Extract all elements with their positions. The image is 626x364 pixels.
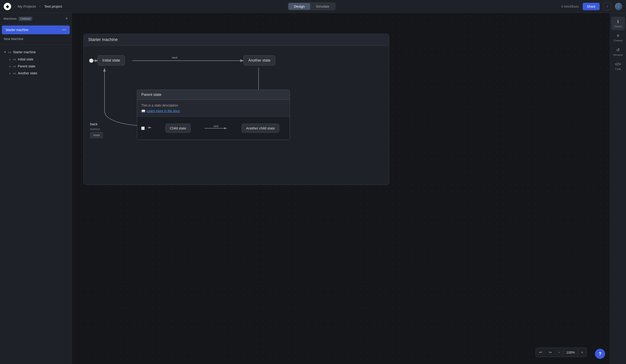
app-logo[interactable]: ◆	[4, 3, 11, 10]
tree-root-icon: ▭	[8, 50, 11, 54]
undo-button[interactable]: ↩	[536, 348, 545, 357]
panel-versions[interactable]: ↺ Versions	[611, 45, 625, 59]
learn-more-text: Learn more in the docs	[147, 109, 180, 113]
breadcrumb[interactable]: My Projects	[18, 4, 36, 8]
tab-simulate[interactable]: Simulate	[310, 3, 335, 10]
reset-badge: reset	[90, 132, 103, 138]
zoom-level: 100%	[563, 349, 578, 356]
child-init-arrow	[145, 126, 152, 131]
sidebar-header: Machines Unlisted +	[0, 13, 72, 25]
zoom-out-button[interactable]: −	[555, 348, 563, 357]
details-label: Details	[614, 25, 622, 28]
new-machine-item[interactable]: New Machine	[0, 35, 72, 43]
zoom-in-button[interactable]: +	[578, 348, 587, 357]
tree-child-icon-1: ▭	[13, 64, 16, 68]
machines-label: Machines	[4, 17, 17, 20]
design-simulate-tabs: Design Simulate	[288, 2, 336, 10]
topbar-right: 0 Workflows Share ↑ 👤	[561, 2, 622, 10]
add-machine-button[interactable]: +	[65, 16, 68, 21]
canvas[interactable]: Starter machine	[72, 13, 610, 364]
tree-child-arrow-2: ▶	[9, 72, 11, 74]
redo-button[interactable]: ↪	[545, 348, 555, 357]
versions-label: Versions	[613, 53, 623, 56]
sidebar: Machines Unlisted + Starter machine ••• …	[0, 13, 72, 364]
tree-item-initial-state[interactable]: ▶ ▭ Initial state	[5, 56, 72, 63]
learn-more-link[interactable]: 📖 Learn more in the docs	[141, 109, 285, 113]
parent-state-header[interactable]: Parent state	[137, 90, 290, 100]
tree-child-arrow-1: ▶	[9, 65, 11, 68]
topbar: ◆ › My Projects / Test project Design Si…	[0, 0, 626, 13]
machine-box: Starter machine	[83, 34, 389, 185]
initial-state-node[interactable]: Initial state	[98, 55, 125, 66]
versions-icon: ↺	[616, 47, 620, 53]
tree-child-icon-0: ▭	[13, 57, 16, 61]
panel-context[interactable]: ≡ Context	[611, 31, 625, 44]
tab-group-container: Design Simulate	[65, 2, 559, 10]
details-icon: ℹ	[617, 19, 619, 24]
starter-machine-label: Starter machine	[5, 28, 60, 32]
right-panel: ℹ Details ≡ Context ↺ Versions </> Code	[610, 13, 626, 364]
tree-child-label-2: Another state	[18, 71, 37, 75]
tree-child-label-1: Parent state	[18, 64, 36, 68]
actions-label: Actions	[90, 127, 103, 131]
context-icon: ≡	[617, 33, 619, 38]
workflows-count: 0 Workflows	[561, 5, 579, 8]
child-states-container: Child state next	[137, 116, 290, 140]
back-transition-box: back Actions reset	[90, 122, 103, 138]
tree-item-another-state[interactable]: ▶ ▭ Another state	[5, 70, 72, 77]
child-state-node[interactable]: Child state	[165, 124, 191, 133]
tree-root-item[interactable]: ▼ ▭ Starter machine	[0, 48, 72, 56]
tree-child-arrow-0: ▶	[9, 58, 11, 61]
svg-point-0	[89, 59, 93, 63]
machine-box-body: Initial state Another state next 2 next …	[84, 46, 389, 184]
tree-root-label: Starter machine	[13, 50, 36, 54]
export-button[interactable]: ↑	[603, 2, 611, 10]
zoom-bar: ↩ ↪ − 100% +	[536, 348, 587, 357]
child-next-arrow: next	[205, 125, 228, 132]
tree-child-label-0: Initial state	[18, 57, 33, 61]
starter-machine-item[interactable]: Starter machine •••	[2, 26, 70, 34]
machine-options-button[interactable]: •••	[62, 28, 66, 32]
panel-details[interactable]: ℹ Details	[611, 17, 625, 30]
share-button[interactable]: Share	[583, 3, 600, 10]
code-icon: </>	[615, 62, 621, 67]
book-icon: 📖	[141, 109, 145, 113]
parent-state-box: Parent state This is a state description…	[137, 90, 290, 140]
topbar-chevron: ›	[14, 5, 15, 8]
back-label: back	[90, 122, 103, 126]
tree-child-icon-2: ▭	[13, 71, 16, 75]
breadcrumb-separator: /	[39, 4, 40, 8]
machine-box-title: Starter machine	[84, 34, 389, 46]
panel-code[interactable]: </> Code	[611, 60, 625, 73]
unlisted-badge: Unlisted	[19, 17, 32, 21]
project-name[interactable]: Test project	[44, 4, 62, 8]
main-layout: Machines Unlisted + Starter machine ••• …	[0, 13, 626, 364]
sidebar-divider	[0, 44, 72, 45]
tree-children: ▶ ▭ Initial state ▶ ▭ Parent state ▶ ▭ A…	[0, 56, 72, 77]
next-label-top: next	[172, 56, 177, 59]
help-button[interactable]: ?	[595, 349, 605, 359]
state-tree: ▼ ▭ Starter machine ▶ ▭ Initial state ▶ …	[0, 46, 72, 78]
tree-root-arrow: ▼	[4, 51, 6, 53]
svg-text:next: next	[213, 125, 219, 128]
another-state-node[interactable]: Another state	[243, 55, 275, 66]
child-initial-dot	[141, 127, 145, 130]
parent-state-body: This is a state description. 📖 Learn mor…	[137, 100, 290, 116]
parent-state-description: This is a state description.	[141, 104, 285, 107]
another-child-state-node[interactable]: Another child state	[242, 124, 279, 133]
tab-design[interactable]: Design	[288, 3, 311, 10]
context-label: Context	[614, 39, 623, 42]
avatar[interactable]: 👤	[615, 3, 622, 10]
tree-item-parent-state[interactable]: ▶ ▭ Parent state	[5, 63, 72, 70]
code-label: Code	[615, 68, 621, 71]
